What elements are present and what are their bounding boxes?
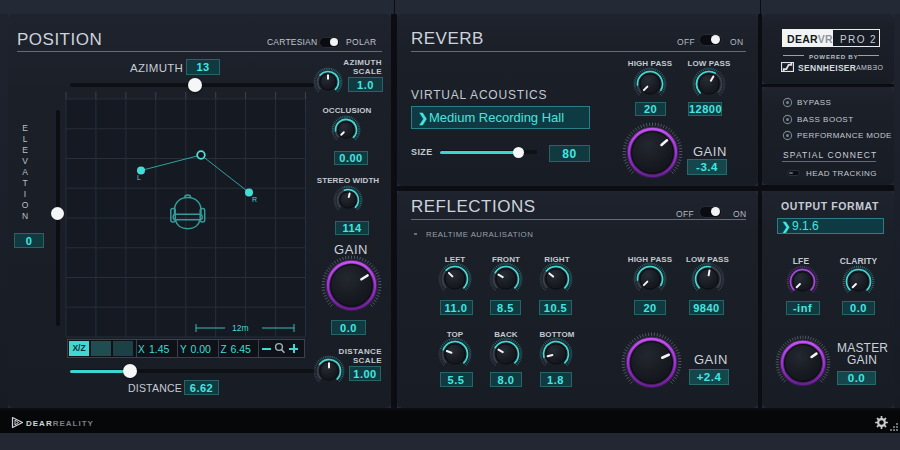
- svg-text:12m: 12m: [232, 323, 249, 333]
- svg-text:L: L: [137, 174, 141, 181]
- svg-text:R: R: [252, 196, 257, 203]
